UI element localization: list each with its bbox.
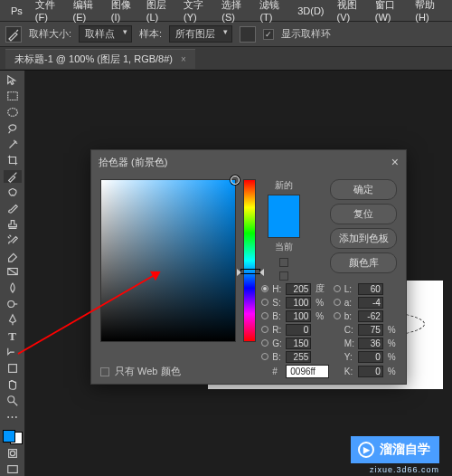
menu-bar: Ps 文件(F) 编辑(E) 图像(I) 图层(L) 文字(Y) 选择(S) 滤… — [0, 0, 452, 22]
watermark-badge: ▶ 溜溜自学 — [351, 436, 439, 463]
ok-button[interactable]: 确定 — [330, 179, 397, 200]
options-bar: 取样大小: 取样点 样本: 所有图层 ✓ 显示取样环 — [0, 22, 452, 47]
menu-filter[interactable]: 滤镜(T) — [254, 0, 290, 24]
watermark-text: 溜溜自学 — [380, 442, 430, 458]
current-color-swatch[interactable] — [268, 216, 299, 237]
svg-point-7 — [10, 452, 14, 456]
type-tool[interactable]: T — [4, 329, 22, 344]
close-icon[interactable]: × — [391, 155, 399, 169]
web-only-checkbox[interactable] — [100, 367, 109, 376]
svg-point-5 — [7, 395, 14, 402]
r-radio[interactable] — [261, 326, 268, 333]
color-field[interactable] — [100, 179, 236, 342]
color-swatches[interactable] — [3, 430, 23, 444]
h-input[interactable] — [286, 283, 311, 295]
blur-tool[interactable] — [4, 281, 22, 295]
gamut-warning-icon[interactable] — [279, 258, 288, 267]
menu-window[interactable]: 窗口(W) — [370, 0, 409, 24]
new-color-swatch — [268, 195, 299, 216]
menu-edit[interactable]: 编辑(E) — [68, 0, 104, 24]
color-preview — [268, 195, 300, 238]
pen-tool[interactable] — [4, 313, 22, 327]
sample-dropdown[interactable]: 所有图层 — [169, 25, 232, 43]
document-tab[interactable]: 未标题-1 @ 100% (图层 1, RGB/8#) × — [5, 49, 195, 69]
sample-size-dropdown[interactable]: 取样点 — [79, 25, 132, 43]
h-radio[interactable] — [261, 285, 268, 292]
gradient-tool[interactable] — [4, 265, 22, 279]
menu-image[interactable]: 图像(I) — [106, 0, 139, 24]
crop-tool[interactable] — [4, 154, 22, 167]
r-input[interactable] — [286, 324, 311, 336]
add-swatch-button[interactable]: 添加到色板 — [330, 228, 397, 249]
g-radio[interactable] — [261, 339, 268, 347]
menu-view[interactable]: 视图(V) — [332, 0, 368, 24]
lasso-tool[interactable] — [4, 122, 22, 136]
lab-b-input[interactable] — [358, 310, 383, 322]
brush-tool[interactable] — [4, 202, 22, 215]
k-input[interactable] — [358, 366, 383, 377]
hex-input[interactable] — [286, 365, 329, 378]
s-radio[interactable] — [261, 299, 268, 306]
bright-input[interactable] — [286, 310, 311, 322]
ps-logo[interactable]: Ps — [5, 4, 28, 18]
edit-toolbar-icon[interactable]: ⋯ — [4, 410, 22, 424]
tools-panel: T ⋯ — [0, 71, 25, 476]
tab-title: 未标题-1 @ 100% (图层 1, RGB/8#) — [14, 53, 173, 64]
color-libraries-button[interactable]: 颜色库 — [330, 252, 397, 273]
eyedropper-tool-icon[interactable] — [5, 26, 22, 43]
document-tab-bar: 未标题-1 @ 100% (图层 1, RGB/8#) × — [0, 47, 452, 71]
l-input[interactable] — [358, 283, 383, 295]
rect-marquee-tool[interactable] — [4, 90, 22, 104]
menu-3d[interactable]: 3D(D) — [292, 4, 329, 18]
menu-layer[interactable]: 图层(L) — [141, 0, 176, 24]
eyedropper-tool[interactable] — [4, 170, 22, 184]
y-input[interactable] — [358, 351, 383, 363]
watermark-url: zixue.3d66.com — [370, 465, 439, 474]
svg-point-3 — [7, 300, 14, 307]
color-picker-dialog: 拾色器 (前景色) × 新的 当前 确定 复位 添加到色板 颜色库 H:度 — [90, 149, 407, 385]
blue-radio[interactable] — [261, 353, 268, 360]
menu-select[interactable]: 选择(S) — [216, 0, 252, 24]
dialog-titlebar[interactable]: 拾色器 (前景色) × — [91, 150, 406, 174]
menu-file[interactable]: 文件(F) — [30, 0, 66, 24]
zoom-tool[interactable] — [4, 394, 22, 407]
reset-button[interactable]: 复位 — [330, 204, 397, 224]
l-radio[interactable] — [334, 285, 341, 292]
sample-size-label: 取样大小: — [29, 27, 71, 41]
ellipse-marquee-tool[interactable] — [4, 106, 22, 119]
stamp-tool[interactable] — [4, 217, 22, 231]
s-input[interactable] — [286, 297, 311, 309]
hand-tool[interactable] — [4, 378, 22, 392]
screenmode-icon[interactable] — [4, 463, 22, 476]
c-input[interactable] — [358, 324, 383, 336]
wand-tool[interactable] — [4, 138, 22, 151]
show-ring-checkbox[interactable]: ✓ — [263, 29, 274, 40]
new-color-label: 新的 — [275, 179, 293, 192]
dodge-tool[interactable] — [4, 297, 22, 310]
b-radio[interactable] — [261, 312, 268, 319]
lab-b-radio[interactable] — [334, 312, 341, 319]
tab-close-icon[interactable]: × — [181, 54, 186, 64]
hue-slider[interactable] — [243, 179, 256, 342]
quickmask-icon[interactable] — [4, 447, 22, 461]
healing-tool[interactable] — [4, 186, 22, 199]
hue-slider-thumb[interactable] — [240, 269, 260, 274]
shape-tool[interactable] — [4, 362, 22, 376]
sample-option-icon[interactable] — [240, 26, 256, 43]
a-input[interactable] — [358, 297, 383, 309]
color-field-cursor[interactable] — [231, 176, 240, 185]
history-brush-tool[interactable] — [4, 233, 22, 247]
menu-type[interactable]: 文字(Y) — [178, 0, 214, 24]
move-tool[interactable] — [4, 74, 22, 88]
svg-point-1 — [7, 109, 17, 117]
blue-input[interactable] — [286, 351, 311, 363]
a-radio[interactable] — [334, 299, 341, 306]
svg-rect-0 — [7, 92, 17, 100]
g-input[interactable] — [286, 338, 311, 349]
m-input[interactable] — [358, 338, 383, 349]
eraser-tool[interactable] — [4, 250, 22, 263]
menu-help[interactable]: 帮助(H) — [410, 0, 447, 24]
websafe-warning-icon[interactable] — [279, 271, 288, 281]
foreground-color-swatch[interactable] — [3, 430, 15, 443]
svg-rect-8 — [7, 465, 17, 472]
